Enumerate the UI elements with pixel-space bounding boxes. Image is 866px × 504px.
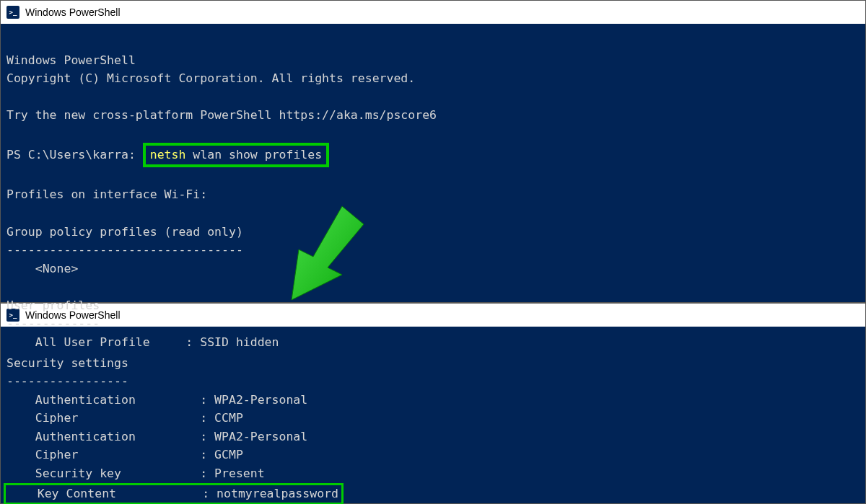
divider: -----------------	[6, 372, 860, 391]
banner-line: Windows PowerShell	[6, 51, 860, 70]
group-policy-header: Group policy profiles (read only)	[6, 223, 860, 242]
cmd-rest: wlan show profiles	[185, 148, 322, 162]
auth-line: Authentication : WPA2-Personal	[6, 428, 860, 446]
section-header: Profiles on interface Wi-Fi:	[6, 185, 860, 204]
copyright-line: Copyright (C) Microsoft Corporation. All…	[6, 69, 860, 88]
section-header: Security settings	[6, 354, 860, 373]
command-highlight: netsh wlan show profiles	[143, 143, 329, 167]
cipher-line: Cipher : GCMP	[6, 446, 860, 464]
none-text: <None>	[6, 260, 860, 278]
powershell-icon: >_	[6, 6, 19, 19]
divider: ---------------------------------	[6, 241, 860, 260]
auth-line: Authentication : WPA2-Personal	[6, 391, 860, 410]
powershell-window-bottom: >_ Windows PowerShell Security settings-…	[0, 303, 866, 504]
prompt-text: PS C:\Users\karra:	[6, 148, 136, 162]
cipher-line: Cipher : CCMP	[6, 409, 860, 428]
seckey-line: Security key : Present	[6, 464, 860, 483]
terminal-content[interactable]: Security settings----------------- Authe…	[1, 327, 865, 504]
pscore-line: Try the new cross-platform PowerShell ht…	[6, 106, 860, 125]
powershell-window-top: >_ Windows PowerShell Windows PowerShell…	[0, 0, 866, 303]
window-title: Windows PowerShell	[25, 6, 121, 18]
keycontent-line: Key Content : notmyrealpassword	[9, 487, 338, 500]
title-bar[interactable]: >_ Windows PowerShell	[1, 1, 865, 24]
user-profiles-header: User profiles	[6, 296, 860, 315]
cmd-netsh: netsh	[150, 148, 186, 162]
keycontent-highlight: Key Content : notmyrealpassword	[4, 483, 344, 505]
